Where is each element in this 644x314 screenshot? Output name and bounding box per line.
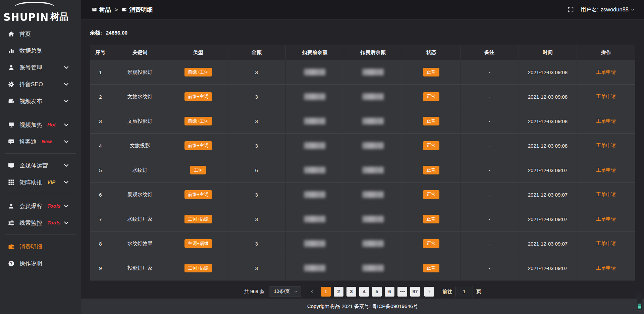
sidebar-item-account-manage[interactable]: 账号管理 (0, 59, 81, 76)
sidebar-item-label: 抖音SEO (19, 81, 43, 88)
sidebar-item-home[interactable]: 首页 (0, 25, 81, 42)
scrollbar[interactable] (637, 292, 642, 311)
cell-balance-after (344, 134, 402, 158)
cell-index: 4 (90, 134, 111, 158)
sidebar-item-douketong[interactable]: 抖客通New (0, 133, 81, 150)
masked-balance-before (304, 142, 325, 149)
masked-balance-before (304, 69, 325, 75)
cell-status: 正常 (402, 231, 461, 256)
cell-balance-before (285, 109, 344, 134)
masked-balance-before (304, 167, 325, 173)
column-header: 关键词 (111, 45, 169, 60)
sidebar-item-lead-monitor[interactable]: 线索监控Tools (0, 214, 81, 231)
cell-index: 2 (90, 85, 111, 109)
sidebar: SHUPIN 树品 首页数据总览账号管理抖音SEO视频发布视频加热Hot抖客通N… (0, 0, 81, 314)
home-icon (8, 31, 14, 37)
work-order-link[interactable]: 工单申请 (596, 216, 616, 222)
work-order-link[interactable]: 工单申请 (596, 94, 616, 99)
cell-type: 主词+后缀 (169, 207, 227, 231)
sidebar-item-label: 矩阵助推 (19, 178, 42, 186)
breadcrumb-item[interactable]: 消费明细 (122, 6, 153, 14)
table-row: 9投影灯厂家主词+后缀3正常-2021-12-03 09:07工单申请 (90, 256, 635, 280)
sidebar-item-douyin-seo[interactable]: 抖音SEO (0, 76, 81, 93)
sidebar-item-video-publish[interactable]: 视频发布 (0, 93, 81, 109)
cell-index: 1 (90, 60, 111, 85)
page-button-6[interactable]: 6 (385, 287, 394, 297)
page-button-5[interactable]: 5 (372, 287, 382, 297)
cell-time: 2021-12-03 09:07 (519, 231, 577, 256)
pagination-total: 共 969 条 (244, 289, 264, 295)
sidebar-item-label: 视频发布 (19, 97, 42, 105)
work-order-link[interactable]: 工单申请 (596, 69, 616, 75)
page-button-1[interactable]: 1 (321, 287, 331, 297)
cell-time: 2021-12-03 09:08 (519, 85, 577, 109)
type-badge: 主词+后缀 (184, 215, 212, 223)
table-row: 4文旅投影前缀+主词3正常-2021-12-03 09:08工单申请 (90, 134, 635, 158)
table-row: 6景观水纹灯前缀+主词3正常-2021-12-03 09:07工单申请 (90, 182, 635, 207)
cell-action: 工单申请 (577, 182, 635, 207)
sidebar-item-consume-detail[interactable]: 消费明细 (0, 238, 81, 255)
user-menu[interactable]: 用户名: zswodun88 (580, 6, 635, 13)
fullscreen-icon[interactable] (568, 7, 574, 12)
column-header: 操作 (577, 45, 635, 60)
cell-index: 8 (90, 231, 111, 256)
scrollbar-thumb[interactable] (638, 304, 641, 309)
chevron-down-icon (294, 290, 298, 294)
work-order-link[interactable]: 工单申请 (596, 192, 616, 197)
monitor-icon (8, 162, 14, 169)
masked-balance-after (362, 240, 384, 247)
work-order-link[interactable]: 工单申请 (596, 167, 616, 173)
page-size-value: 10条/页 (274, 289, 290, 295)
sidebar-item-data-overview[interactable]: 数据总览 (0, 42, 81, 59)
chevron-down-icon (63, 122, 69, 128)
work-order-link[interactable]: 工单申请 (596, 118, 616, 124)
cell-index: 9 (90, 256, 111, 280)
work-order-link[interactable]: 工单申请 (596, 241, 616, 246)
page-size-select[interactable]: 10条/页 (269, 286, 301, 297)
page-button-2[interactable]: 2 (334, 287, 343, 297)
copyright-text: Copyright 树品 2021 备案号: 粤ICP备09019646号 (307, 303, 418, 310)
chevron-down-icon (63, 179, 69, 186)
table-row: 7水纹灯厂家主词+后缀3正常-2021-12-03 09:07工单申请 (90, 207, 635, 231)
goto-page-input[interactable] (455, 286, 473, 297)
sidebar-item-media-operation[interactable]: 全媒体运营 (0, 157, 81, 174)
status-badge: 正常 (423, 117, 439, 125)
sidebar-item-label: 首页 (19, 30, 31, 38)
cell-balance-before (285, 231, 344, 256)
page-button-4[interactable]: 4 (359, 287, 369, 297)
cell-type: 主词+后缀 (169, 231, 227, 256)
column-header: 时间 (519, 45, 577, 60)
sidebar-item-operation-guide[interactable]: ?操作说明 (0, 255, 81, 272)
app-logo[interactable]: SHUPIN 树品 (0, 0, 81, 25)
page-ellipsis-button[interactable]: ••• (397, 287, 407, 297)
next-page-button[interactable] (424, 287, 434, 297)
topbar-right: 用户名: zswodun88 (568, 6, 635, 13)
work-order-link[interactable]: 工单申请 (596, 143, 616, 148)
chevron-down-icon (63, 98, 69, 104)
cell-index: 5 (90, 158, 111, 182)
chevron-down-icon (63, 81, 69, 88)
breadcrumb-item[interactable]: 树品 (92, 6, 111, 14)
gear-icon (8, 81, 14, 88)
type-badge: 前缀+主词 (184, 190, 212, 199)
balance-label: 余额: (90, 30, 102, 36)
masked-balance-after (362, 216, 384, 222)
page-button-3[interactable]: 3 (346, 287, 356, 297)
prev-page-button[interactable] (307, 287, 317, 297)
sidebar-item-member-baoke[interactable]: 会员爆客Tools (0, 198, 81, 214)
type-badge: 主词 (190, 166, 206, 174)
logo-arc-decoration (15, 2, 54, 8)
cell-type: 前缀+主词 (169, 109, 227, 134)
cell-amount: 3 (227, 109, 286, 134)
work-order-link[interactable]: 工单申请 (596, 265, 616, 271)
page-button-97[interactable]: 97 (410, 287, 420, 297)
sidebar-item-video-heat[interactable]: 视频加热Hot (0, 116, 81, 133)
cell-keyword: 投影灯厂家 (111, 256, 169, 280)
chevron-right-icon (427, 290, 431, 294)
sidebar-item-matrix-boost[interactable]: 矩阵助推VIP (0, 174, 81, 191)
board-icon (92, 7, 97, 12)
cell-time: 2021-12-03 09:07 (519, 182, 577, 207)
cell-action: 工单申请 (577, 60, 635, 85)
cell-balance-before (285, 60, 344, 85)
cell-keyword: 水纹灯 (111, 158, 169, 182)
